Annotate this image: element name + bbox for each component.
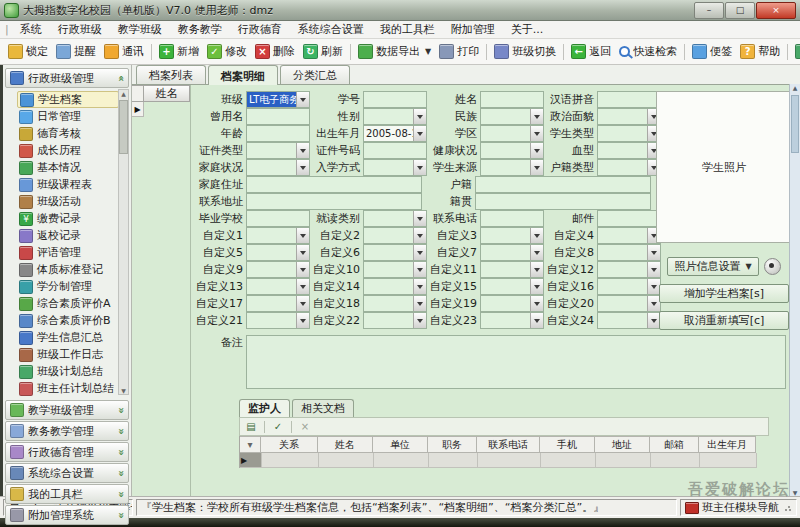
sidebar-group[interactable]: 系统综合设置» [5, 463, 129, 483]
form-field[interactable] [480, 278, 544, 295]
column-header[interactable]: 姓名 [318, 436, 373, 453]
column-header[interactable]: 地址 [595, 436, 650, 453]
dropdown-button-icon[interactable] [413, 126, 426, 141]
dropdown-button-icon[interactable] [296, 313, 309, 328]
toolbar-refresh-button[interactable]: ↻刷新 [299, 42, 347, 61]
toolbar-delete-button[interactable]: ×删除 [251, 42, 299, 61]
menu-item-1[interactable]: 行政班级 [50, 21, 110, 38]
sidebar-group-admin-class[interactable]: 行政班级管理 « [5, 68, 129, 88]
form-field[interactable] [246, 108, 310, 125]
form-field[interactable] [480, 244, 544, 261]
tab-档案列表[interactable]: 档案列表 [136, 65, 206, 84]
form-field[interactable] [363, 210, 427, 227]
dropdown-button-icon[interactable] [530, 228, 543, 243]
sidebar-item[interactable]: 综合素质评价B [17, 312, 119, 329]
dropdown-button-icon[interactable] [530, 296, 543, 311]
menu-item-2[interactable]: 教学班级 [110, 21, 170, 38]
close-button[interactable]: × [756, 2, 796, 19]
menu-item-7[interactable]: 附加管理 [443, 21, 503, 38]
form-field[interactable] [480, 91, 544, 108]
form-field[interactable] [597, 227, 661, 244]
form-field[interactable] [480, 108, 544, 125]
form-field[interactable] [475, 176, 651, 193]
toolbar-class-switch-button[interactable]: 班级切换 [490, 42, 560, 61]
menu-item-8[interactable]: 关于... [503, 21, 552, 38]
sidebar-item[interactable]: 班主任计划总结 [17, 380, 119, 397]
status-nav[interactable]: 班主任模块导航 [680, 499, 797, 516]
dropdown-button-icon[interactable] [413, 245, 426, 260]
dropdown-button-icon[interactable] [413, 160, 426, 175]
expand-chevron-icon[interactable]: » [115, 428, 126, 434]
toolbar-help-button[interactable]: ?帮助 [736, 42, 784, 61]
column-header[interactable]: 联系电话 [477, 436, 540, 453]
minimize-button[interactable]: – [694, 2, 724, 19]
table-cell[interactable] [319, 453, 374, 468]
column-header[interactable]: 手机 [540, 436, 595, 453]
form-field[interactable] [597, 261, 661, 278]
dropdown-button-icon[interactable] [413, 228, 426, 243]
form-field[interactable] [246, 244, 310, 261]
dropdown-button-icon[interactable] [413, 262, 426, 277]
form-field[interactable] [246, 142, 310, 159]
sidebar-group[interactable]: 行政德育管理» [5, 442, 129, 462]
dropdown-button-icon[interactable] [530, 279, 543, 294]
form-field[interactable] [246, 227, 310, 244]
form-field[interactable] [480, 295, 544, 312]
column-header[interactable]: 关系 [261, 436, 318, 453]
dropdown-button-icon[interactable] [530, 245, 543, 260]
sidebar-group[interactable]: 附加管理系统» [5, 505, 129, 525]
form-field[interactable] [246, 125, 310, 142]
column-header[interactable]: 出生年月 [699, 436, 756, 453]
form-field[interactable] [246, 176, 422, 193]
column-selector-header[interactable]: ▾ [240, 436, 261, 453]
form-field[interactable] [597, 108, 661, 125]
sidebar-item[interactable]: 学分制管理 [17, 278, 119, 295]
dropdown-button-icon[interactable] [530, 262, 543, 277]
sidebar-group[interactable]: 我的工具栏» [5, 484, 129, 504]
dropdown-button-icon[interactable] [296, 160, 309, 175]
form-field[interactable] [363, 91, 427, 108]
sidebar-item[interactable]: 评语管理 [17, 244, 119, 261]
table-cell[interactable] [262, 453, 319, 468]
form-field[interactable] [246, 210, 310, 227]
sidebar-item[interactable]: 日常管理 [17, 108, 119, 125]
sidebar-group[interactable]: 教务教学管理» [5, 421, 129, 441]
form-field[interactable] [246, 193, 422, 210]
form-field[interactable] [597, 91, 661, 108]
dropdown-button-icon[interactable] [413, 109, 426, 124]
sidebar-scrollbar[interactable]: ▲ ▼ [118, 89, 129, 395]
tab-档案明细[interactable]: 档案明细 [208, 65, 278, 85]
table-cell[interactable] [700, 453, 757, 468]
dropdown-button-icon[interactable] [296, 296, 309, 311]
maximize-button[interactable]: □ [725, 2, 755, 19]
menu-item-4[interactable]: 行政德育 [230, 21, 290, 38]
dropdown-button-icon[interactable] [296, 228, 309, 243]
form-field[interactable] [597, 312, 661, 329]
sidebar-item[interactable]: 班级课程表 [17, 176, 119, 193]
confirm-icon[interactable]: ✓ [271, 421, 285, 432]
toolbar-back-button[interactable]: ←返回 [567, 42, 615, 61]
form-field[interactable] [597, 125, 661, 142]
resize-grip[interactable] [784, 504, 792, 512]
add-student-button[interactable]: 增加学生档案[s] [659, 284, 789, 303]
toolbar-note-button[interactable]: 便签 [688, 42, 736, 61]
form-field[interactable] [480, 227, 544, 244]
guardian-tab-相关文档[interactable]: 相关文档 [292, 399, 354, 417]
toolbar-edit-check-button[interactable]: ✓修改 [203, 42, 251, 61]
form-field[interactable] [363, 312, 427, 329]
form-field[interactable] [363, 261, 427, 278]
form-field[interactable] [246, 261, 310, 278]
form-field[interactable] [597, 244, 661, 261]
dropdown-button-icon[interactable] [530, 109, 543, 124]
form-field[interactable] [480, 142, 544, 159]
expand-chevron-icon[interactable]: » [115, 512, 126, 518]
form-field[interactable] [363, 159, 427, 176]
dropdown-button-icon[interactable] [296, 245, 309, 260]
sidebar-item[interactable]: ¥缴费记录 [17, 210, 119, 227]
scroll-up-icon[interactable]: ▲ [121, 90, 126, 97]
form-field[interactable] [363, 244, 427, 261]
main-scrollbar[interactable]: ▲ ▼ [789, 84, 800, 496]
toolbar-reminder-button[interactable]: 提醒 [52, 42, 100, 61]
column-header[interactable]: 职务 [428, 436, 477, 453]
table-cell[interactable] [429, 453, 478, 468]
